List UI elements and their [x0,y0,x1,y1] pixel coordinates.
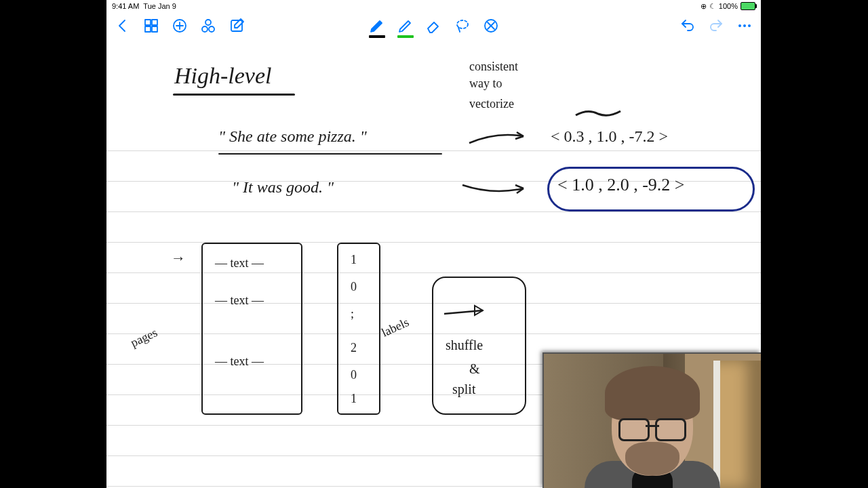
highlighter-tool-icon[interactable] [397,18,414,34]
svg-point-16 [743,24,746,27]
shuffle-text-3: split [452,382,475,397]
shuffle-text-2: & [469,361,480,377]
sentence-1-underline [218,153,442,155]
title-underline [173,94,295,96]
grid-icon[interactable] [143,18,159,34]
battery-icon [741,2,755,10]
sentence-1: " She ate some pizza. " [218,127,367,146]
text-row-2: — text — [215,293,264,308]
orientation-lock-icon: ⊕ [701,2,707,11]
shuffle-text-1: shuffle [446,338,483,353]
svg-rect-2 [145,26,151,32]
undo-icon[interactable] [679,18,696,34]
webcam-overlay [542,352,761,488]
moon-icon: ☾ [709,2,716,11]
label-6: 1 [351,392,357,406]
scribble-icon [574,107,622,119]
compose-icon[interactable] [229,18,245,34]
note-title: High-level [174,63,272,89]
svg-rect-0 [145,20,151,25]
more-icon[interactable] [736,18,753,34]
arrow-3-icon [442,304,493,321]
arrow-2-icon [459,178,534,199]
text-row-1: — text — [215,256,264,270]
label-1: 1 [351,253,357,267]
svg-rect-10 [231,20,242,31]
redo-icon[interactable] [708,18,724,34]
lasso-tool-icon[interactable] [454,18,471,34]
pen-tool-active-icon[interactable] [369,18,385,34]
svg-point-9 [209,26,214,32]
shapes-icon[interactable] [200,18,216,34]
status-time: 9:41 AM [112,2,139,10]
label-2: 0 [351,280,357,294]
note-consistent: consistent [469,60,518,74]
sentence-2: " It was good. " [232,178,334,197]
svg-point-15 [738,24,741,27]
pages-label: pages [128,325,159,350]
note-vectorize: vectorize [469,97,514,111]
ipad-frame: 9:41 AM Tue Jan 9 ⊕ ☾ 100% [106,0,761,488]
label-3: ; [351,307,354,321]
status-bar: 9:41 AM Tue Jan 9 ⊕ ☾ 100% [106,0,761,12]
label-4: 2 [351,341,357,355]
note-way-to: way to [469,77,502,91]
labels-label: labels [380,315,412,340]
arrow-1-icon [466,126,534,150]
add-icon[interactable] [172,18,188,34]
svg-point-17 [748,24,751,27]
vector-1: < 0.3 , 1.0 , -7.2 > [551,127,668,146]
svg-point-7 [205,20,211,25]
status-date: Tue Jan 9 [143,2,176,10]
svg-point-8 [202,26,208,32]
eraser-tool-icon[interactable] [426,18,442,34]
arrow-into-pages-icon: → [171,249,186,267]
clear-tool-icon[interactable] [483,18,499,34]
labels-box [337,243,380,415]
back-icon[interactable] [115,18,131,34]
battery-label: 100% [719,2,738,10]
text-row-3: — text — [215,354,264,369]
app-toolbar [106,12,761,39]
svg-rect-3 [152,26,157,32]
svg-rect-1 [152,20,157,25]
label-5: 0 [351,368,357,382]
vector-2-circle [547,167,755,211]
